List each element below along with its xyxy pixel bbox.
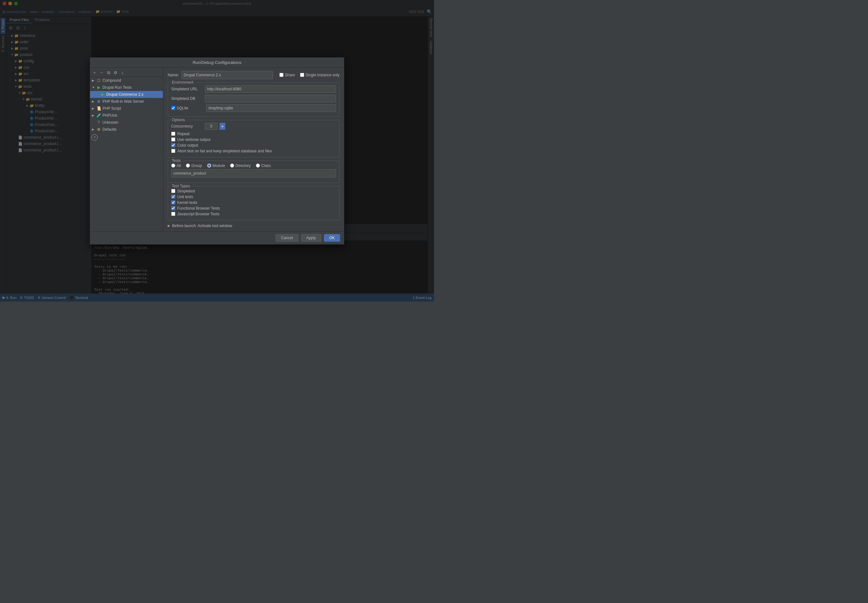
radio-class-label: Class: [261, 164, 271, 168]
cancel-button[interactable]: Cancel: [275, 234, 298, 242]
before-launch-label: Before launch: Activate tool window: [172, 224, 232, 228]
name-row: Name: Share Single instance only: [168, 71, 339, 79]
sqlite-label: SQLite: [176, 106, 188, 110]
simpletest-type-checkbox[interactable]: [171, 189, 175, 193]
single-instance-checkbox[interactable]: [300, 73, 304, 77]
config-icon-php: 🖥: [96, 99, 102, 104]
single-instance-label: Single instance only: [305, 73, 339, 77]
concurrency-input[interactable]: [205, 123, 218, 130]
simpletest-url-input[interactable]: [205, 85, 336, 93]
help-button[interactable]: ?: [91, 134, 97, 141]
config-label-drt: Drupal Run Tests: [102, 85, 132, 90]
kernel-tests-row: Kernel tests: [171, 200, 336, 205]
config-label-dc: Drupal Commerce 2.x: [106, 92, 144, 97]
abort-row: Abort test on fail and keep simpletest d…: [171, 149, 336, 153]
radio-all-input[interactable]: [171, 164, 175, 168]
radio-group-input[interactable]: [186, 164, 190, 168]
sqlite-checkbox-label[interactable]: SQLite: [171, 106, 204, 110]
config-settings-btn[interactable]: ⚙: [112, 70, 119, 76]
config-arrow-compound: ▶: [92, 79, 96, 82]
javascript-browser-row: Javascript Browser Tests: [171, 212, 336, 216]
repeat-checkbox[interactable]: [171, 131, 175, 136]
simpletest-db-label: Simpletest DB: [171, 96, 203, 101]
config-arrow-pu: ▶: [92, 114, 96, 117]
sqlite-input[interactable]: [206, 104, 336, 112]
abort-checkbox[interactable]: [171, 149, 175, 153]
sqlite-checkbox[interactable]: [171, 106, 175, 110]
dialog-overlay: Run/Debug Configurations + − ⧉ ⚙ ↕ ▶ ⬡: [0, 0, 434, 302]
radio-directory-input[interactable]: [230, 164, 234, 168]
single-instance-checkbox-label[interactable]: Single instance only: [300, 73, 339, 77]
options-section: Options Concurrency + Repeat Use v: [168, 120, 339, 158]
config-label-def: Defaults: [102, 127, 116, 131]
radio-all-label: All: [176, 164, 181, 168]
kernel-tests-label: Kernel tests: [177, 200, 197, 205]
name-label: Name:: [168, 73, 179, 77]
simpletest-url-label: Simpletest URL: [171, 87, 203, 91]
unit-tests-checkbox[interactable]: [171, 195, 175, 199]
config-item-defaults[interactable]: ▶ ⚙ Defaults: [90, 126, 163, 133]
radio-group-label: Group: [191, 164, 202, 168]
color-checkbox[interactable]: [171, 143, 175, 147]
unit-tests-label: Unit tests: [177, 195, 193, 199]
config-copy-btn[interactable]: ⧉: [105, 70, 112, 76]
simpletest-url-row: Simpletest URL: [171, 85, 336, 93]
before-launch-row[interactable]: ▶ Before launch: Activate tool window: [168, 224, 339, 228]
functional-browser-row: Functional Browser Tests: [171, 206, 336, 210]
config-icon-def: ⚙: [96, 127, 102, 132]
dialog-footer: Cancel Apply OK: [90, 231, 344, 244]
radio-all[interactable]: All: [171, 164, 181, 168]
config-arrow-php: ▶: [92, 100, 96, 103]
config-right-panel: Name: Share Single instance only: [163, 68, 344, 231]
kernel-tests-checkbox[interactable]: [171, 200, 175, 204]
verbose-row: Use verbose output: [171, 138, 336, 142]
tests-value-input[interactable]: [171, 169, 336, 178]
config-add-btn[interactable]: +: [91, 70, 97, 76]
config-icon-dc: ▶: [100, 92, 105, 97]
radio-directory[interactable]: Directory: [230, 164, 251, 168]
simpletest-db-row: Simpletest DB: [171, 95, 336, 102]
test-types-title: Test Types: [170, 184, 191, 188]
javascript-browser-checkbox[interactable]: [171, 212, 175, 216]
config-label-uk: Unknown: [102, 120, 118, 125]
share-label: Share: [285, 73, 295, 77]
config-item-compound[interactable]: ▶ ⬡ Compound: [90, 77, 163, 84]
name-input[interactable]: [181, 71, 273, 79]
config-label-php: PHP Built-in Web Server: [102, 99, 144, 104]
config-arrow-def: ▶: [92, 128, 96, 131]
concurrency-spin-btn[interactable]: +: [220, 123, 225, 130]
share-checkbox-label[interactable]: Share: [279, 73, 295, 77]
config-toolbar: + − ⧉ ⚙ ↕: [90, 69, 163, 77]
config-sort-btn[interactable]: ↕: [119, 70, 126, 76]
config-item-drupal-run-tests[interactable]: ▼ ▶ Drupal Run Tests: [90, 84, 163, 91]
radio-module[interactable]: Module: [207, 164, 225, 168]
apply-button[interactable]: Apply: [301, 234, 321, 242]
config-arrow-ps: ▶: [92, 107, 96, 110]
radio-group[interactable]: Group: [186, 164, 202, 168]
config-remove-btn[interactable]: −: [98, 70, 105, 76]
config-item-drupal-commerce[interactable]: ▶ Drupal Commerce 2.x: [90, 91, 163, 98]
tests-title: Tests: [170, 158, 182, 163]
javascript-browser-label: Javascript Browser Tests: [177, 212, 220, 216]
config-icon-drt: ▶: [96, 85, 102, 90]
config-item-php-script[interactable]: ▶ 📜 PHP Script: [90, 105, 163, 112]
share-checkbox[interactable]: [279, 73, 283, 77]
config-item-phpunit[interactable]: ▶ 🧪 PHPUnit: [90, 112, 163, 119]
simpletest-db-input[interactable]: [205, 95, 336, 102]
concurrency-label: Concurrency: [171, 124, 203, 128]
functional-browser-checkbox[interactable]: [171, 206, 175, 210]
config-item-unknown[interactable]: ? Unknown: [90, 119, 163, 126]
ok-button[interactable]: OK: [324, 234, 340, 242]
run-debug-dialog: Run/Debug Configurations + − ⧉ ⚙ ↕ ▶ ⬡: [90, 57, 344, 244]
dialog-title: Run/Debug Configurations: [90, 57, 344, 68]
verbose-checkbox[interactable]: [171, 138, 175, 142]
tests-section: Tests All Group: [168, 161, 339, 183]
radio-module-input[interactable]: [207, 164, 211, 168]
abort-label: Abort test on fail and keep simpletest d…: [177, 149, 272, 153]
functional-browser-label: Functional Browser Tests: [177, 206, 220, 210]
sqlite-row: SQLite: [171, 104, 336, 112]
radio-class-input[interactable]: [256, 164, 260, 168]
config-label-ps: PHP Script: [102, 106, 121, 111]
radio-class[interactable]: Class: [256, 164, 271, 168]
config-item-php-builtin[interactable]: ▶ 🖥 PHP Built-in Web Server: [90, 98, 163, 105]
